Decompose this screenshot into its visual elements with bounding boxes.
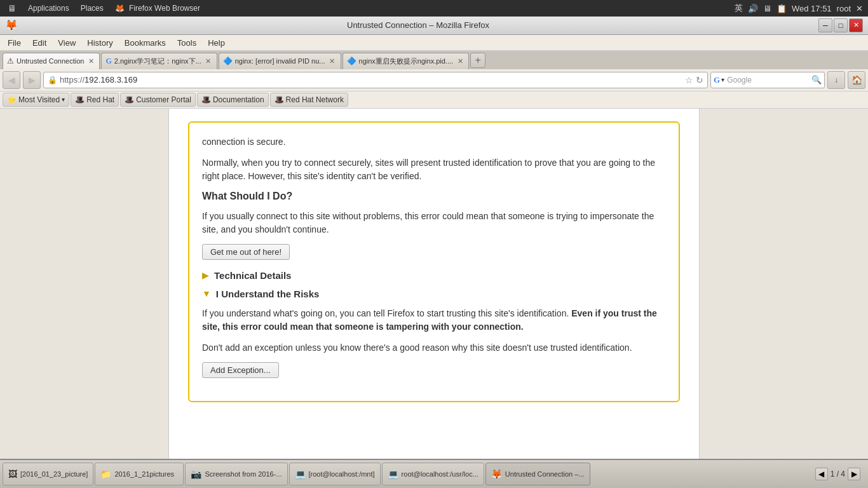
clock: Wed 17:51 xyxy=(792,4,832,13)
search-bar[interactable]: G ▾ Google 🔍 xyxy=(710,72,825,88)
tab-nginx1[interactable]: G 2.nginx学习笔记：nginx下... ✕ xyxy=(101,53,217,69)
taskbar-item-label: [root@localhost:/mnt] xyxy=(309,470,375,478)
places-menu[interactable]: Places xyxy=(76,3,109,14)
search-input[interactable]: Google xyxy=(727,76,809,85)
bookmark-customer-portal[interactable]: 🎩 Customer Portal xyxy=(120,93,196,107)
taskbar-item-label: 2016_1_21pictures xyxy=(114,470,178,478)
maximize-button[interactable]: □ xyxy=(834,18,848,32)
bookmark-rhn-icon: 🎩 xyxy=(275,95,284,104)
technical-title: Technical Details xyxy=(214,270,291,281)
tab-close-button[interactable]: ✕ xyxy=(204,57,213,65)
bookmark-arrow-icon: ▾ xyxy=(62,96,65,103)
tab-warning-icon: ⚠ xyxy=(7,57,14,65)
address-bar[interactable]: 🔒 https://192.168.3.169 ☆ ↻ xyxy=(43,72,708,88)
error-content-box: connection is secure. Normally, when you… xyxy=(188,121,680,402)
search-go-button[interactable]: 🔍 xyxy=(811,75,822,85)
pager-text: 1 / 4 xyxy=(831,470,845,478)
pager-next-button[interactable]: ▶ xyxy=(848,468,860,480)
search-engine-selector[interactable]: G ▾ xyxy=(714,75,724,85)
bookmark-most-visited[interactable]: ⭐ Most Visited ▾ xyxy=(3,93,69,107)
google-g-icon: G xyxy=(714,75,720,85)
search-dropdown-icon[interactable]: ▾ xyxy=(721,76,724,83)
url-protocol: https:// xyxy=(60,75,85,85)
tab-close-button[interactable]: ✕ xyxy=(86,57,95,65)
technical-details-header[interactable]: ▶ Technical Details xyxy=(202,270,666,281)
taskbar-item-2016[interactable]: 📁 2016_1_21pictures xyxy=(95,463,184,485)
tab-label: nginx重启失败提示nginx.pid.... xyxy=(359,57,454,66)
tabbar: ⚠ Untrusted Connection ✕ G 2.nginx学习笔记：n… xyxy=(0,51,868,69)
new-tab-button[interactable]: + xyxy=(470,53,485,68)
battery-icon[interactable]: 📋 xyxy=(776,4,787,13)
tools-menu[interactable]: Tools xyxy=(172,37,201,49)
taskbar: 🖼 [2016_01_23_picture] 📁 2016_1_21pictur… xyxy=(0,459,868,488)
risks-header[interactable]: ▼ I Understand the Risks xyxy=(202,288,666,299)
bookmark-rhn[interactable]: 🎩 Red Hat Network xyxy=(270,93,348,107)
tab-nginx3[interactable]: 🔷 nginx重启失败提示nginx.pid.... ✕ xyxy=(342,53,470,69)
applications-menu[interactable]: Applications xyxy=(23,3,74,14)
view-menu[interactable]: View xyxy=(53,37,81,49)
left-gutter xyxy=(0,109,168,459)
taskbar-item-pictures[interactable]: 🖼 [2016_01_23_picture] xyxy=(3,463,93,485)
tab-close-button[interactable]: ✕ xyxy=(456,57,465,65)
close-button[interactable]: ✕ xyxy=(849,18,863,32)
taskbar-item-firefox[interactable]: 🦊 Untrusted Connection –... xyxy=(485,463,590,485)
titlebar: 🦊 Untrusted Connection – Mozilla Firefox… xyxy=(0,17,868,35)
home-button[interactable]: 🏠 xyxy=(848,71,865,89)
bookmark-documentation[interactable]: 🎩 Documentation xyxy=(197,93,269,107)
navbar: ◀ ▶ 🔒 https://192.168.3.169 ☆ ↻ G ▾ Goog… xyxy=(0,69,868,92)
what-heading: What Should I Do? xyxy=(202,191,666,202)
pictures-icon: 🖼 xyxy=(8,469,17,479)
file-menu[interactable]: File xyxy=(3,37,26,49)
bookmark-label: Red Hat xyxy=(86,95,114,104)
get-me-out-button[interactable]: Get me out of here! xyxy=(202,244,290,260)
close-session-icon[interactable]: ✕ xyxy=(856,4,863,13)
bookmark-label: Documentation xyxy=(213,95,264,104)
display-icon[interactable]: 🖥 xyxy=(763,4,771,13)
bookmark-doc-icon: 🎩 xyxy=(201,95,211,104)
help-menu[interactable]: Help xyxy=(203,37,230,49)
bookmark-rh-icon: 🎩 xyxy=(75,95,85,104)
tab-close-button[interactable]: ✕ xyxy=(328,57,337,65)
edit-menu[interactable]: Edit xyxy=(27,37,51,49)
bookmarks-bar: ⭐ Most Visited ▾ 🎩 Red Hat 🎩 Customer Po… xyxy=(0,92,868,109)
bookmarks-menu[interactable]: Bookmarks xyxy=(119,37,171,49)
history-menu[interactable]: History xyxy=(82,37,118,49)
lang-indicator: 英 xyxy=(735,3,743,14)
pager-prev-button[interactable]: ◀ xyxy=(815,468,828,480)
risks-arrow-icon: ▼ xyxy=(202,288,211,299)
tab-nginx2[interactable]: 🔷 nginx: [error] invalid PID nu... ✕ xyxy=(219,53,341,69)
minimize-button[interactable]: ─ xyxy=(818,18,832,32)
tab-label: Untrusted Connection xyxy=(17,57,84,65)
taskbar-item-terminal2[interactable]: 💻 root@localhost:/usr/loc... xyxy=(382,463,484,485)
taskbar-item-terminal1[interactable]: 💻 [root@localhost:/mnt] xyxy=(289,463,381,485)
what-text: If you usually connect to this site with… xyxy=(202,210,666,236)
tab-untrusted[interactable]: ⚠ Untrusted Connection ✕ xyxy=(3,53,100,69)
taskbar-item-screenshot[interactable]: 📷 Screenshot from 2016-... xyxy=(185,463,287,485)
browser-icon: 🦊 xyxy=(115,4,125,13)
download-button[interactable]: ↓ xyxy=(827,71,845,89)
user-label: root xyxy=(837,4,851,13)
risks-title: I Understand the Risks xyxy=(216,288,320,299)
bookmark-folder-icon: ⭐ xyxy=(7,95,17,104)
browser-title: 🦊 Firefox Web Browser xyxy=(110,3,205,14)
taskbar-item-label: Untrusted Connection –... xyxy=(505,470,585,478)
url-host: 192.168.3.169 xyxy=(85,75,137,85)
taskbar-item-label: Screenshot from 2016-... xyxy=(205,470,281,478)
volume-icon[interactable]: 🔊 xyxy=(748,4,758,13)
bookmark-label: Red Hat Network xyxy=(286,95,344,104)
window-title: Untrusted Connection – Mozilla Firefox xyxy=(18,20,818,30)
add-exception-button[interactable]: Add Exception... xyxy=(202,362,279,378)
bookmark-star-icon[interactable]: ☆ xyxy=(685,75,693,85)
tab-g-icon: G xyxy=(105,57,111,66)
reload-icon[interactable]: ↻ xyxy=(696,75,703,85)
window-controls: ─ □ ✕ xyxy=(818,18,863,32)
forward-button[interactable]: ▶ xyxy=(23,71,41,89)
firefox-icon: 🦊 xyxy=(5,19,18,31)
menubar: File Edit View History Bookmarks Tools H… xyxy=(0,35,868,51)
url-display: https://192.168.3.169 xyxy=(60,75,682,85)
bookmark-red-hat[interactable]: 🎩 Red Hat xyxy=(71,93,119,107)
folder-icon: 📁 xyxy=(100,469,111,479)
lock-icon: 🔒 xyxy=(48,76,57,85)
back-button[interactable]: ◀ xyxy=(3,71,20,89)
terminal-icon: 💻 xyxy=(295,469,306,479)
